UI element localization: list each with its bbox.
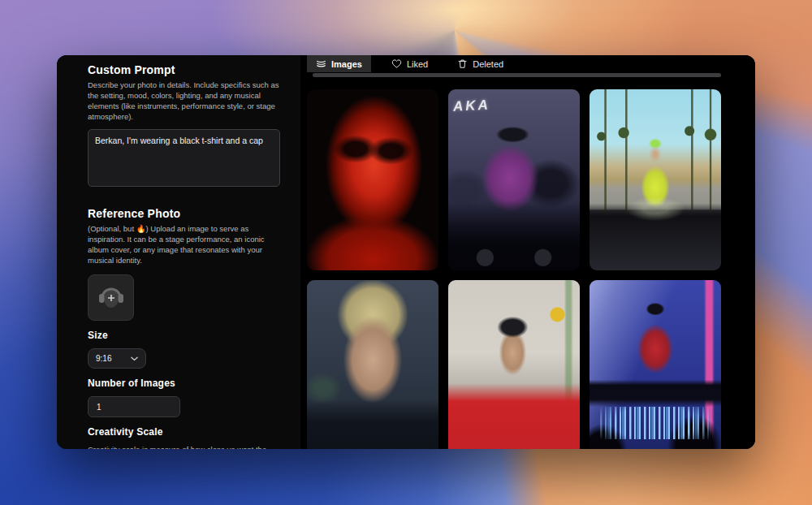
gallery-image-blond-portrait[interactable] <box>307 280 438 449</box>
custom-prompt-title: Custom Prompt <box>88 63 280 76</box>
image-grid: AKA <box>307 89 721 449</box>
gallery-panel: Images Liked Delet <box>300 55 755 449</box>
size-select-value: 9:16 <box>96 354 111 363</box>
gallery-image-red-lit-portrait[interactable] <box>307 89 438 270</box>
desktop-wallpaper: Custom Prompt Describe your photo in det… <box>0 0 812 505</box>
tab-deleted[interactable]: Deleted <box>448 55 512 72</box>
chevron-down-icon <box>131 354 138 363</box>
tab-liked-label: Liked <box>407 59 428 69</box>
number-of-images-label: Number of Images <box>88 378 280 389</box>
trash-icon <box>457 58 468 69</box>
audio-waveform-display <box>600 407 710 439</box>
creativity-scale-description: Creativity scale is measure of how close… <box>88 444 280 449</box>
gallery-image-club-dj-purple[interactable]: AKA <box>448 89 580 270</box>
horizontal-scrollbar[interactable] <box>313 73 721 77</box>
reference-photo-title: Reference Photo <box>88 207 280 220</box>
layers-icon <box>316 58 326 69</box>
tab-liked[interactable]: Liked <box>382 55 437 72</box>
headphones-avatar-plus-icon <box>95 280 127 316</box>
custom-prompt-input[interactable]: Berkan, I'm wearing a black t-shirt and … <box>88 129 280 187</box>
graffiti-text: AKA <box>453 93 572 115</box>
reference-photo-description: (Optional, but 🔥) Upload an image to ser… <box>88 223 280 265</box>
settings-sidebar: Custom Prompt Describe your photo in det… <box>57 55 300 449</box>
gallery-tabbar: Images Liked Delet <box>307 55 512 72</box>
custom-prompt-description: Describe your photo in details. Include … <box>88 80 280 122</box>
size-label: Size <box>88 330 280 341</box>
number-of-images-input[interactable] <box>88 396 180 417</box>
gallery-image-red-shirt-selfie[interactable] <box>448 280 580 449</box>
app-window: Custom Prompt Describe your photo in det… <box>57 55 755 449</box>
size-select[interactable]: 9:16 <box>88 348 146 369</box>
tab-images-label: Images <box>331 59 362 69</box>
tab-deleted-label: Deleted <box>473 59 503 69</box>
creativity-scale-label: Creativity Scale <box>88 426 280 438</box>
reference-photo-upload-button[interactable] <box>88 274 134 321</box>
gallery-image-stage-dj-red-jacket[interactable] <box>590 280 721 449</box>
heart-icon <box>391 58 402 69</box>
gallery-image-palm-road-neon[interactable] <box>590 89 721 270</box>
tab-images[interactable]: Images <box>307 55 371 72</box>
